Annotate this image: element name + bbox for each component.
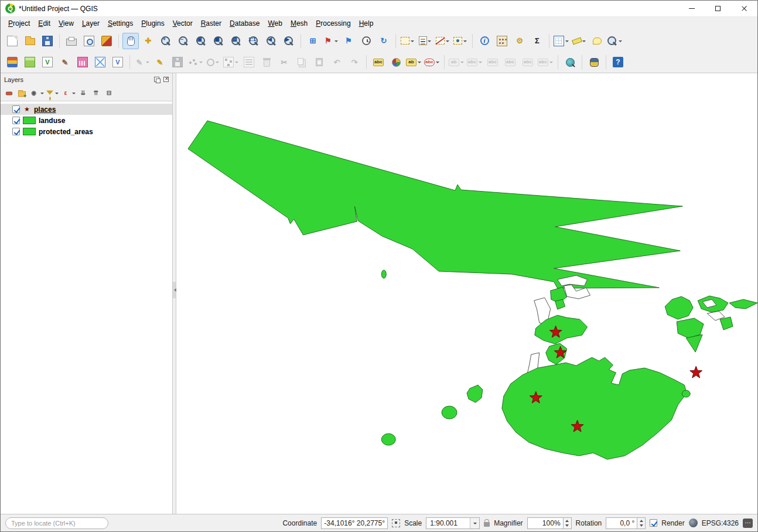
open-attribute-table-dropdown[interactable] <box>564 33 569 49</box>
layer-item-landuse[interactable]: landuse <box>1 115 172 126</box>
statistical-summary-button[interactable]: Σ <box>529 33 545 49</box>
measure-line-dropdown[interactable] <box>582 33 587 49</box>
vertex-tool-dropdown[interactable] <box>234 54 239 70</box>
measure-line-button[interactable] <box>571 33 588 49</box>
field-calculator-button[interactable] <box>494 33 510 49</box>
scale-dropdown-icon[interactable] <box>470 518 479 528</box>
magnifier-spin-buttons[interactable] <box>564 517 572 529</box>
highlight-pinned-labels-dropdown[interactable] <box>459 54 465 70</box>
manage-map-themes-dropdown[interactable] <box>39 87 45 99</box>
map-refresh-button[interactable]: ↻ <box>375 33 392 49</box>
coordinate-input[interactable]: -34,1016° 20,2775° <box>321 517 388 529</box>
map-canvas[interactable] <box>176 73 757 514</box>
filter-legend-by-expression-button[interactable]: ε <box>60 87 77 100</box>
label-options-button[interactable]: ab <box>405 54 422 70</box>
deselect-features-dropdown[interactable] <box>445 33 450 49</box>
save-project-button[interactable] <box>39 33 56 49</box>
pan-map-button[interactable] <box>122 33 139 49</box>
map-tips-button[interactable] <box>589 33 605 49</box>
new-temporary-scratch-layer-button[interactable] <box>74 54 91 70</box>
rotation-spin-buttons[interactable] <box>637 517 646 529</box>
select-by-location-button[interactable] <box>452 33 469 49</box>
menu-mesh[interactable]: Mesh <box>286 18 312 29</box>
manage-map-themes-button[interactable]: ◉ <box>28 87 45 100</box>
open-layer-styling-panel-button[interactable] <box>2 87 15 100</box>
lock-scale-icon[interactable] <box>484 522 490 527</box>
messages-icon[interactable] <box>743 519 753 528</box>
menu-raster[interactable]: Raster <box>197 18 226 29</box>
layer-visibility-checkbox[interactable] <box>12 105 20 113</box>
menu-plugins[interactable]: Plugins <box>137 18 168 29</box>
open-data-source-manager-button[interactable] <box>4 54 21 70</box>
menu-processing[interactable]: Processing <box>312 18 354 29</box>
layer-styling-button[interactable] <box>388 54 404 70</box>
identify-features-button[interactable]: i <box>476 33 493 49</box>
open-project-button[interactable] <box>22 33 38 49</box>
new-map-view-button[interactable]: ⊞ <box>305 33 321 49</box>
menu-edit[interactable]: Edit <box>34 18 54 29</box>
add-point-feature-dropdown[interactable] <box>198 54 203 70</box>
expand-all-button[interactable]: ⇊ <box>77 87 90 100</box>
layer-item-protected_areas[interactable]: protected_areas <box>1 126 172 137</box>
panel-close-icon[interactable] <box>163 77 169 82</box>
menu-web[interactable]: Web <box>264 18 286 29</box>
zoom-in-button[interactable]: + <box>158 33 174 49</box>
scale-combobox[interactable]: 1:90.001 <box>426 517 480 529</box>
metasearch-button[interactable] <box>562 54 578 70</box>
menu-project[interactable]: Project <box>4 18 34 29</box>
collapse-all-button[interactable]: ⇈ <box>90 87 103 100</box>
help-contents-button[interactable]: ? <box>610 54 626 70</box>
layer-visibility-checkbox[interactable] <box>12 117 20 124</box>
menu-vector[interactable]: Vector <box>169 18 197 29</box>
current-edits-dropdown[interactable] <box>145 54 150 70</box>
select-features-dropdown[interactable] <box>409 33 415 49</box>
new-geopackage-layer-button[interactable] <box>22 54 38 70</box>
filter-legend-by-expression-dropdown[interactable] <box>71 87 76 99</box>
select-features-by-value-dropdown[interactable] <box>427 33 432 49</box>
menu-database[interactable]: Database <box>226 18 264 29</box>
extents-toggle-icon[interactable] <box>392 519 400 527</box>
filter-legend-dropdown[interactable] <box>54 87 59 99</box>
menu-layer[interactable]: Layer <box>78 18 104 29</box>
select-by-location-dropdown[interactable] <box>462 33 467 49</box>
locate-input[interactable] <box>5 517 108 529</box>
nominatim-geocoder-dropdown[interactable] <box>617 33 623 49</box>
maximize-button[interactable] <box>705 1 731 16</box>
show-hide-labels-dropdown[interactable] <box>477 54 483 70</box>
new-mesh-layer-button[interactable]: V <box>110 54 126 70</box>
panel-float-icon[interactable] <box>154 77 159 82</box>
spin-down-icon[interactable] <box>564 523 571 528</box>
new-print-layout-button[interactable] <box>63 33 80 49</box>
crs-value[interactable]: EPSG:4326 <box>702 519 739 527</box>
add-group-button[interactable] <box>15 87 28 100</box>
new-project-button[interactable] <box>4 33 21 49</box>
zoom-to-selection-button[interactable]: ▦ <box>210 33 227 49</box>
menu-help[interactable]: Help <box>355 18 378 29</box>
toggle-editing-button[interactable]: ✎ <box>152 54 168 70</box>
pan-map-to-selection-button[interactable]: ✚ <box>140 33 156 49</box>
splitter-collapse-handle[interactable] <box>173 282 176 298</box>
zoom-to-layer-button[interactable]: ▤ <box>228 33 244 49</box>
diagram-options-button[interactable]: abc <box>424 54 441 70</box>
new-virtual-layer-button[interactable] <box>92 54 108 70</box>
zoom-to-native-resolution-button[interactable]: 1:1 <box>245 33 262 49</box>
new-spatial-bookmark-button[interactable]: ⚑ <box>322 33 339 49</box>
filter-legend-button[interactable] <box>45 87 60 100</box>
spin-down-icon[interactable] <box>637 523 645 528</box>
magnifier-spinbox[interactable]: 100% <box>527 517 572 529</box>
spin-up-icon[interactable] <box>564 518 571 523</box>
crs-globe-icon[interactable] <box>689 519 698 527</box>
show-layout-manager-button[interactable] <box>81 33 97 49</box>
add-circle-dropdown[interactable] <box>214 54 220 70</box>
menu-view[interactable]: View <box>54 18 78 29</box>
close-button[interactable] <box>731 1 757 16</box>
diagram-options-dropdown[interactable] <box>435 54 440 70</box>
new-spatial-bookmark-dropdown[interactable] <box>333 33 339 49</box>
open-attribute-table-button[interactable] <box>553 33 570 49</box>
temporal-controller-button[interactable] <box>358 33 374 49</box>
options-button[interactable]: ⚙ <box>511 33 528 49</box>
python-console-button[interactable] <box>586 54 602 70</box>
new-spatialite-layer-button[interactable]: ✎ <box>57 54 73 70</box>
label-options-dropdown[interactable] <box>416 54 422 70</box>
nominatim-geocoder-button[interactable] <box>606 33 623 49</box>
